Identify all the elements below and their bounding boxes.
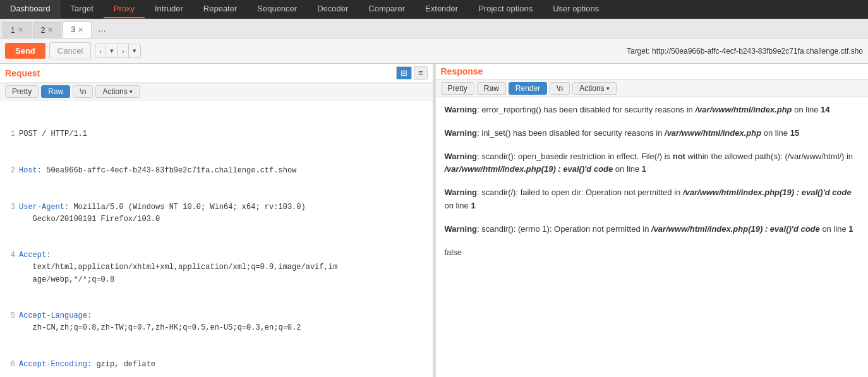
request-raw-btn[interactable]: Raw [41, 85, 70, 98]
line-row: 4 Accept: text/html,application/xhtml+xm… [5, 249, 428, 286]
warning-3: Warning: scandir(): open_basedir restric… [445, 150, 860, 177]
toolbar: Send Cancel ‹ ▾ › ▾ Target: http://50ea9… [0, 39, 868, 64]
nav-project-options[interactable]: Project options [468, 0, 543, 18]
top-nav: Dashboard Target Proxy Intruder Repeater… [0, 0, 868, 19]
request-actions-arrow: ▾ [130, 88, 133, 95]
line-row: 3 User-Agent: Mozilla/5.0 (Windows NT 10… [5, 201, 428, 225]
response-panel: Response Pretty Raw Render \n Actions ▾ … [436, 64, 869, 377]
response-raw-btn[interactable]: Raw [477, 82, 506, 95]
warning-5: Warning: scandir(): (errno 1): Operation… [445, 223, 860, 236]
request-panel: Request ⊞ ≡ Pretty Raw \n Actions ▾ 1 PO… [0, 64, 433, 377]
line-row: 6 Accept-Encoding: gzip, deflate [5, 359, 428, 371]
response-newline-btn[interactable]: \n [550, 82, 570, 95]
send-button[interactable]: Send [5, 43, 45, 59]
tab-2-label: 2 [41, 26, 45, 35]
line-row: 5 Accept-Language: zh-CN,zh;q=0.8,zh-TW;… [5, 310, 428, 334]
line-row: 1 POST / HTTP/1.1 [5, 128, 428, 140]
tab-more[interactable]: … [93, 21, 111, 36]
nav-next-button[interactable]: › [118, 44, 129, 57]
tab-bar: 1 ✕ 2 ✕ 3 ✕ … [0, 19, 868, 39]
request-pretty-btn[interactable]: Pretty [5, 85, 39, 98]
tab-2[interactable]: 2 ✕ [33, 22, 62, 38]
nav-repeater[interactable]: Repeater [193, 0, 247, 18]
request-panel-title: Request [5, 68, 40, 78]
warning-2: Warning: ini_set() has been disabled for… [445, 127, 860, 140]
tab-3-label: 3 [71, 25, 75, 34]
tab-3[interactable]: 3 ✕ [63, 21, 92, 38]
request-newline-btn[interactable]: \n [73, 85, 93, 98]
nav-dashboard[interactable]: Dashboard [0, 0, 61, 18]
response-content-area[interactable]: Warning: error_reporting() has been disa… [436, 97, 869, 377]
request-sub-toolbar: Pretty Raw \n Actions ▾ [0, 83, 433, 100]
cancel-button[interactable]: Cancel [49, 42, 91, 59]
nav-intruder[interactable]: Intruder [145, 0, 193, 18]
tab-1-label: 1 [11, 26, 15, 35]
response-panel-title: Response [441, 66, 864, 76]
nav-proxy[interactable]: Proxy [104, 0, 145, 18]
history-nav-group: ‹ ▾ › ▾ [95, 44, 140, 58]
warning-4: Warning: scandir(/): failed to open dir:… [445, 186, 860, 213]
response-render-btn[interactable]: Render [509, 82, 547, 95]
nav-prev-button[interactable]: ‹ [95, 44, 106, 57]
nav-extender[interactable]: Extender [415, 0, 468, 18]
false-output: false [445, 246, 860, 260]
tab-1-close[interactable]: ✕ [18, 26, 23, 34]
request-actions-btn[interactable]: Actions ▾ [95, 85, 139, 98]
tab-3-close[interactable]: ✕ [78, 26, 83, 34]
response-pretty-btn[interactable]: Pretty [441, 82, 474, 95]
nav-sequencer[interactable]: Sequencer [247, 0, 307, 18]
response-sub-toolbar: Pretty Raw Render \n Actions ▾ [436, 80, 869, 97]
tab-2-close[interactable]: ✕ [47, 26, 53, 34]
request-code-area[interactable]: 1 POST / HTTP/1.1 2 Host: 50ea966b-affc-… [0, 100, 433, 377]
response-actions-btn[interactable]: Actions ▾ [572, 82, 616, 95]
nav-user-options[interactable]: User options [543, 0, 609, 18]
line-row: 2 Host: 50ea966b-affc-4ecf-b243-83fb9e2c… [5, 165, 428, 177]
nav-prev-dropdown-button[interactable]: ▾ [106, 44, 118, 57]
view-buttons: ⊞ ≡ [396, 66, 428, 80]
target-label: Target: http://50ea966b-affc-4ecf-b243-8… [627, 47, 863, 56]
nav-next-dropdown-button[interactable]: ▾ [129, 44, 140, 57]
view-list-button[interactable]: ≡ [414, 66, 428, 80]
response-actions-arrow: ▾ [606, 85, 610, 92]
main-panels: Request ⊞ ≡ Pretty Raw \n Actions ▾ 1 PO… [0, 64, 868, 377]
nav-comparer[interactable]: Comparer [358, 0, 415, 18]
tab-1[interactable]: 1 ✕ [3, 22, 32, 38]
nav-target[interactable]: Target [61, 0, 104, 18]
view-split-button[interactable]: ⊞ [396, 66, 412, 80]
warning-1: Warning: error_reporting() has been disa… [445, 104, 860, 117]
nav-decoder[interactable]: Decoder [307, 0, 358, 18]
